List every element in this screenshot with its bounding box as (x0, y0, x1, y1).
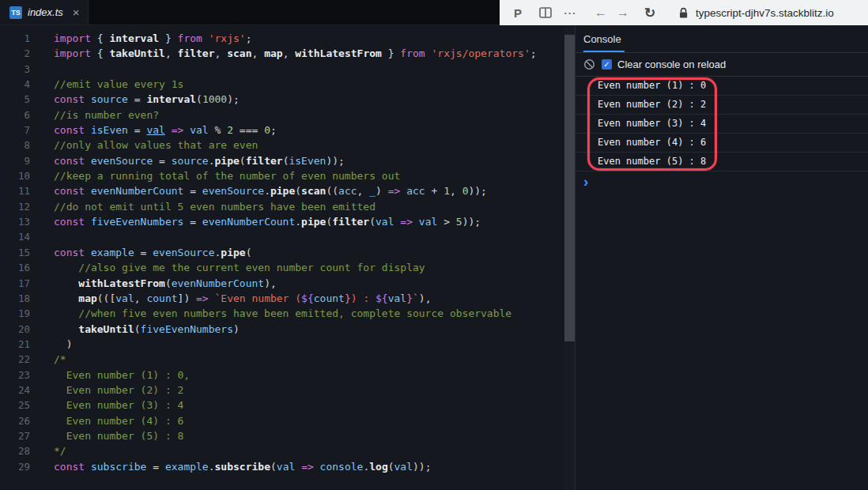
code-line[interactable]: 21 ) (0, 337, 575, 352)
code-editor[interactable]: 1import { interval } from 'rxjs';2import… (0, 25, 575, 490)
editor-scrollbar-thumb[interactable] (564, 35, 575, 341)
code-line[interactable]: 23 Even number (1) : 0, (0, 368, 575, 383)
code-text: const isEven = val => val % 2 === 0; (30, 122, 575, 138)
console-tab[interactable]: Console (583, 33, 621, 45)
code-text: //when five even numbers have been emitt… (30, 306, 575, 321)
typescript-file-icon: TS (9, 6, 22, 19)
preview-address-bar: P ⋯ ← → ↻ typescript-djhv7s.stackblitz.i… (500, 0, 868, 25)
prettier-format-icon[interactable]: P (510, 4, 526, 21)
code-text: ) (30, 337, 575, 352)
code-text: withLatestFrom(evenNumberCount), (30, 276, 575, 291)
code-line[interactable]: 18 map(([val, count]) => `Even number ($… (0, 291, 575, 306)
code-text: const source = interval(1000); (30, 92, 575, 107)
code-text: import { takeUntil, filter, scan, map, w… (30, 46, 575, 61)
code-line[interactable]: 9const evenSource = source.pipe(filter(i… (0, 153, 575, 168)
line-number: 2 (0, 46, 30, 61)
console-input-prompt[interactable]: › (576, 172, 868, 192)
code-line[interactable]: 26 Even number (4) : 6 (0, 413, 575, 428)
code-line[interactable]: 6//is number even? (0, 107, 575, 122)
line-number: 5 (0, 92, 30, 107)
editor-scrollbar[interactable] (564, 25, 575, 490)
prompt-chevron-icon: › (583, 173, 588, 190)
code-line[interactable]: 29const subscribe = example.subscribe(va… (0, 459, 575, 474)
code-line[interactable]: 15const example = evenSource.pipe( (0, 245, 575, 260)
line-number: 18 (0, 291, 30, 306)
code-text: Even number (4) : 6 (30, 413, 575, 428)
console-toolbar: ✓ Clear console on reload (576, 53, 868, 77)
console-header: Console (576, 25, 868, 53)
code-line[interactable]: 13const fiveEvenNumbers = evenNumberCoun… (0, 214, 575, 229)
top-bar: TS index.ts × P ⋯ ← → ↻ (0, 0, 868, 25)
line-number: 8 (0, 138, 30, 153)
code-text: map(([val, count]) => `Even number (${co… (30, 291, 575, 306)
console-log-row: Even number (5) : 8 (576, 153, 868, 172)
code-line[interactable]: 27 Even number (5) : 8 (0, 428, 575, 443)
lock-glyph (678, 7, 689, 19)
code-text: Even number (3) : 4 (30, 398, 575, 413)
line-number: 26 (0, 413, 30, 428)
line-number: 25 (0, 398, 30, 413)
code-line[interactable]: 17 withLatestFrom(evenNumberCount), (0, 276, 575, 291)
line-number: 7 (0, 122, 30, 138)
code-line[interactable]: 28*/ (0, 443, 575, 458)
code-line[interactable]: 24 Even number (2) : 2 (0, 383, 575, 398)
code-text: //also give me the current even number c… (30, 260, 575, 275)
code-line[interactable]: 11const evenNumberCount = evenSource.pip… (0, 183, 575, 198)
clear-on-reload-label[interactable]: Clear console on reload (617, 58, 726, 70)
code-line[interactable]: 5const source = interval(1000); (0, 92, 575, 107)
code-line[interactable]: 20 takeUntil(fiveEvenNumbers) (0, 322, 575, 337)
code-text: //do not emit until 5 even numbers have … (30, 199, 575, 214)
line-number: 28 (0, 443, 30, 458)
code-text: const fiveEvenNumbers = evenNumberCount.… (30, 214, 575, 229)
code-text (30, 62, 575, 77)
console-log-row: Even number (4) : 6 (576, 134, 868, 153)
more-options-icon[interactable]: ⋯ (562, 4, 578, 21)
reload-icon[interactable]: ↻ (642, 4, 658, 21)
code-text: */ (30, 443, 575, 458)
line-number: 22 (0, 352, 30, 367)
stackblitz-window: TS index.ts × P ⋯ ← → ↻ (0, 0, 868, 490)
code-line[interactable]: 7const isEven = val => val % 2 === 0; (0, 122, 575, 138)
line-number: 16 (0, 260, 30, 275)
close-tab-icon[interactable]: × (73, 6, 80, 18)
console-log-row: Even number (1) : 0 (576, 77, 868, 96)
code-line[interactable]: 12//do not emit until 5 even numbers hav… (0, 199, 575, 214)
clear-console-icon[interactable] (582, 58, 596, 72)
split-view-glyph (539, 7, 552, 18)
console-logs: Even number (1) : 0Even number (2) : 2Ev… (576, 77, 868, 172)
line-number: 20 (0, 322, 30, 337)
code-line[interactable]: 1import { interval } from 'rxjs'; (0, 31, 575, 46)
code-text: const evenNumberCount = evenSource.pipe(… (30, 183, 575, 198)
line-number: 17 (0, 276, 30, 291)
line-number: 13 (0, 214, 30, 229)
code-line[interactable]: 25 Even number (3) : 4 (0, 398, 575, 413)
code-line[interactable]: 3 (0, 62, 575, 77)
line-number: 29 (0, 459, 30, 474)
code-text: const evenSource = source.pipe(filter(is… (30, 153, 575, 168)
back-icon[interactable]: ← (593, 4, 609, 21)
split-view-icon[interactable] (538, 4, 553, 21)
clear-on-reload-checkbox[interactable]: ✓ (602, 59, 612, 70)
code-line[interactable]: 2import { takeUntil, filter, scan, map, … (0, 46, 575, 61)
console-log-row: Even number (3) : 4 (576, 115, 868, 134)
line-number: 4 (0, 77, 30, 92)
editor-tab-bar: TS index.ts × (0, 0, 500, 25)
main-split: 1import { interval } from 'rxjs';2import… (0, 25, 868, 490)
line-number: 19 (0, 306, 30, 321)
code-line[interactable]: 22/* (0, 352, 575, 367)
code-line[interactable]: 8//only allow values that are even (0, 138, 575, 153)
console-tab-active-indicator (583, 51, 625, 52)
line-number: 11 (0, 183, 30, 198)
code-line[interactable]: 19 //when five even numbers have been em… (0, 306, 575, 321)
code-text: //is number even? (30, 107, 575, 122)
code-line[interactable]: 10//keep a running total of the number o… (0, 168, 575, 183)
code-line[interactable]: 16 //also give me the current even numbe… (0, 260, 575, 275)
code-text: import { interval } from 'rxjs'; (30, 31, 575, 46)
code-text: const example = evenSource.pipe( (30, 245, 575, 260)
code-line[interactable]: 4//emit value every 1s (0, 77, 575, 92)
code-line[interactable]: 14 (0, 229, 575, 244)
preview-url[interactable]: typescript-djhv7s.stackblitz.io (696, 7, 834, 19)
forward-icon[interactable]: → (615, 4, 631, 21)
code-text: Even number (5) : 8 (30, 428, 575, 443)
tab-index-ts[interactable]: TS index.ts × (0, 0, 89, 24)
